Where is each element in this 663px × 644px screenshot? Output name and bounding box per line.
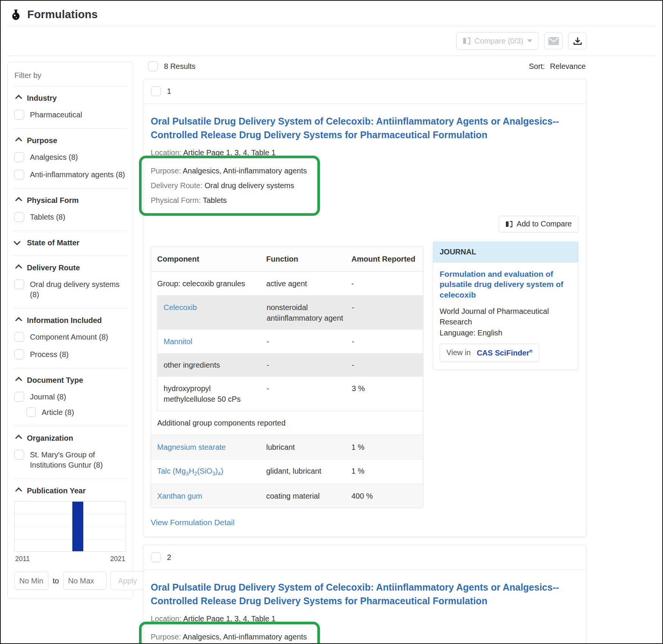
apply-year-filter-button[interactable]: Apply xyxy=(111,571,145,590)
checkbox[interactable] xyxy=(14,392,24,402)
filter-option-st-marys[interactable]: St. Mary's Group of Institutions Guntur … xyxy=(14,450,126,470)
filter-option-component-amount[interactable]: Component Amount (8) xyxy=(14,332,126,342)
download-results-button[interactable] xyxy=(568,33,587,49)
filter-section-delivery-route-header[interactable]: Delivery Route xyxy=(14,264,126,272)
table-row-talc: Talc (Mg3H2(SiO3)4) glidant, lubricant 1… xyxy=(151,459,423,484)
component-link[interactable]: Talc (Mg3H2(SiO3)4) xyxy=(157,467,223,475)
compare-button-label: Compare (0/3) xyxy=(474,37,523,45)
checkbox[interactable] xyxy=(14,450,24,460)
result-title-link[interactable]: Oral Pulsatile Drug Delivery System of C… xyxy=(151,580,577,608)
compare-panels-icon xyxy=(463,37,471,45)
checkbox[interactable] xyxy=(14,349,24,359)
filter-option-pharmaceutical[interactable]: Pharmaceutical xyxy=(14,110,126,120)
filter-option-analgesics[interactable]: Analgesics (8) xyxy=(14,152,126,162)
filter-option-process[interactable]: Process (8) xyxy=(14,349,126,360)
filter-section-industry-header[interactable]: Industry xyxy=(14,94,126,103)
download-icon xyxy=(573,36,582,46)
filter-option-label: Journal (8) xyxy=(30,392,66,402)
filter-panel: Filter by Industry Pharmaceutical Purpos… xyxy=(7,62,133,599)
checkbox[interactable] xyxy=(14,279,24,289)
physical-form-value: Tablets xyxy=(203,196,226,204)
filter-section-state-of-matter: State of Matter xyxy=(14,231,127,256)
amount-cell: - xyxy=(352,360,417,370)
gridline xyxy=(15,514,126,515)
column-header-component: Component xyxy=(157,254,266,264)
component-cell: Group: celecoxib granules xyxy=(157,278,266,289)
journal-article-link[interactable]: Formulation and evaluation of pulsatile … xyxy=(440,269,572,300)
amount-cell: - xyxy=(352,302,417,323)
table-row-xanthan-gum: Xanthan gum coating material 400 % xyxy=(151,484,423,508)
checkbox[interactable] xyxy=(14,212,24,222)
journal-language: Language: English xyxy=(440,329,572,337)
filter-option-label: Oral drug delivery systems (8) xyxy=(30,279,126,300)
filter-section-purpose-header[interactable]: Purpose xyxy=(14,136,126,145)
envelope-icon xyxy=(548,37,559,45)
chevron-up-icon xyxy=(15,197,22,204)
physical-form-line: Physical Form: Tablets xyxy=(151,196,307,205)
result-title-link[interactable]: Oral Pulsatile Drug Delivery System of C… xyxy=(151,114,577,142)
journal-name: World Journal of Pharmaceutical Research xyxy=(440,306,572,327)
view-in-cas-scifinder-button[interactable]: View in CAS SciFindern xyxy=(440,344,539,362)
results-count: 8 Results xyxy=(164,62,195,71)
result-checkbox[interactable] xyxy=(151,86,161,96)
component-link[interactable]: Mannitol xyxy=(164,337,192,346)
histogram-bar xyxy=(72,502,83,551)
checkbox[interactable] xyxy=(27,407,36,417)
purpose-label: Purpose: xyxy=(151,167,181,175)
flask-icon xyxy=(10,9,22,21)
select-all-checkbox[interactable] xyxy=(148,61,158,71)
amount-cell: 3 % xyxy=(352,383,417,404)
purpose-label: Purpose: xyxy=(151,633,181,641)
to-label: to xyxy=(53,577,59,585)
filter-section-organization: Organization St. Mary's Group of Institu… xyxy=(14,426,127,479)
function-cell: - xyxy=(267,336,352,347)
journal-panel: JOURNAL Formulation and evaluation of pu… xyxy=(433,242,579,370)
filter-section-title: Purpose xyxy=(27,136,57,145)
histogram-axis: 2011 2021 xyxy=(14,555,126,563)
filter-option-label: Tablets (8) xyxy=(30,212,65,222)
checkbox[interactable] xyxy=(14,152,24,162)
result-index: 1 xyxy=(167,87,171,96)
filter-section-organization-header[interactable]: Organization xyxy=(14,434,126,443)
filter-option-tablets[interactable]: Tablets (8) xyxy=(14,212,126,222)
filter-section-publication-year-header[interactable]: Publication Year xyxy=(14,487,126,495)
group-components-block: Celecoxib nonsteroidal antiinflammatory … xyxy=(157,295,423,411)
sort-value[interactable]: Relevance xyxy=(550,62,586,70)
filter-option-label: St. Mary's Group of Institutions Guntur … xyxy=(30,450,126,470)
chevron-up-icon xyxy=(15,377,22,384)
component-link[interactable]: Magnesium stearate xyxy=(157,443,226,451)
filter-section-physical-form-header[interactable]: Physical Form xyxy=(14,196,126,205)
filter-option-journal[interactable]: Journal (8) xyxy=(14,392,126,402)
page-title: Formulations xyxy=(27,8,98,21)
filter-option-anti-inflammatory[interactable]: Anti-inflammatory agents (8) xyxy=(14,170,126,180)
component-link[interactable]: Celecoxib xyxy=(164,303,197,312)
filter-section-information-included-header[interactable]: Information Included xyxy=(14,316,126,325)
additional-components-label: Additional group components reported xyxy=(151,411,423,435)
amount-cell: 1 % xyxy=(351,442,417,452)
min-year-input[interactable] xyxy=(14,572,48,590)
add-to-compare-label: Add to Compare xyxy=(516,220,572,228)
filter-section-purpose: Purpose Analgesics (8) Anti-inflammatory… xyxy=(14,129,127,189)
filter-option-oral-delivery[interactable]: Oral drug delivery systems (8) xyxy=(14,279,126,300)
filter-option-article[interactable]: Article (8) xyxy=(27,407,126,418)
filter-section-physical-form: Physical Form Tablets (8) xyxy=(14,189,127,231)
result-checkbox[interactable] xyxy=(151,552,161,562)
max-year-input[interactable] xyxy=(63,572,106,590)
filter-section-state-of-matter-header[interactable]: State of Matter xyxy=(14,239,126,247)
result-card-header: 1 xyxy=(143,79,586,104)
table-row-magnesium-stearate: Magnesium stearate lubricant 1 % xyxy=(151,435,423,459)
chevron-up-icon xyxy=(15,137,22,144)
view-formulation-detail-link[interactable]: View Formulation Detail xyxy=(151,518,234,527)
email-results-button[interactable] xyxy=(544,33,563,49)
checkbox[interactable] xyxy=(14,332,24,342)
checkbox[interactable] xyxy=(14,170,24,179)
filter-section-document-type-header[interactable]: Document Type xyxy=(14,376,126,385)
component-link[interactable]: Xanthan gum xyxy=(157,492,202,500)
checkbox[interactable] xyxy=(14,110,24,120)
filter-option-label: Process (8) xyxy=(30,349,69,360)
add-to-compare-button[interactable]: Add to Compare xyxy=(499,216,579,232)
filter-section-information-included: Information Included Component Amount (8… xyxy=(14,309,127,368)
compare-button[interactable]: Compare (0/3) xyxy=(456,32,539,50)
purpose-line: Purpose: Analgesics, Anti-inflammatory a… xyxy=(151,633,307,641)
function-cell: glidant, lubricant xyxy=(266,466,351,478)
